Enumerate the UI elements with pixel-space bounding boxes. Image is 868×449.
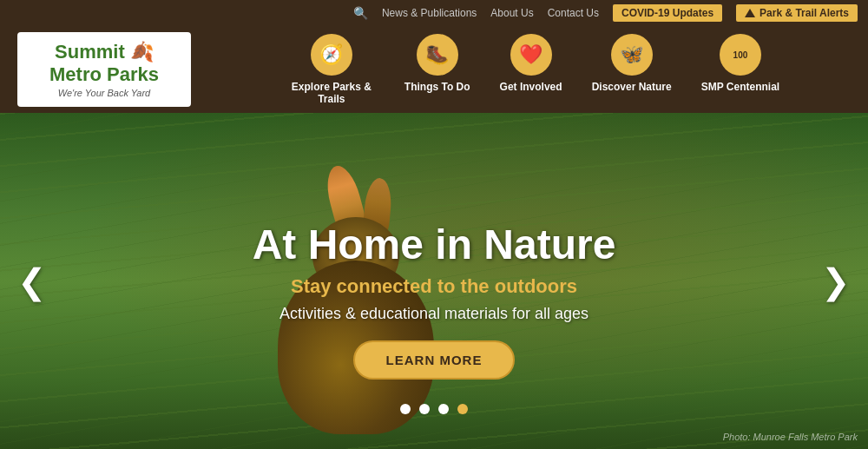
involved-icon: ❤️ bbox=[510, 34, 552, 76]
nav-label-involved: Get Involved bbox=[500, 81, 562, 93]
nav-item-involved[interactable]: ❤️ Get Involved bbox=[490, 27, 573, 112]
explore-icon: 🧭 bbox=[311, 34, 352, 76]
dot-1[interactable] bbox=[400, 404, 411, 414]
centennial-icon: 100 bbox=[720, 34, 761, 76]
nav-item-things[interactable]: 🥾 Things To Do bbox=[394, 27, 481, 112]
news-link[interactable]: News & Publications bbox=[382, 7, 477, 19]
next-arrow[interactable]: ❯ bbox=[821, 261, 851, 301]
hero-content: At Home in Nature Stay connected to the … bbox=[0, 221, 868, 380]
covid-button[interactable]: COVID-19 Updates bbox=[613, 4, 722, 22]
utility-bar: 🔍 News & Publications About Us Contact U… bbox=[0, 0, 868, 26]
hero-description: Activities & educational materials for a… bbox=[0, 305, 868, 323]
nav-item-explore[interactable]: 🧭 Explore Parks & Trails bbox=[278, 27, 385, 112]
search-icon[interactable]: 🔍 bbox=[353, 6, 368, 20]
utility-links: News & Publications About Us Contact Us bbox=[382, 7, 599, 19]
dot-4[interactable] bbox=[457, 404, 468, 414]
logo-tagline: We're Your Back Yard bbox=[58, 88, 150, 98]
logo[interactable]: Summit 🍂 Metro Parks We're Your Back Yar… bbox=[17, 32, 191, 108]
alert-triangle-icon bbox=[745, 9, 755, 17]
contact-link[interactable]: Contact Us bbox=[548, 7, 599, 19]
hero-cta-button[interactable]: LEARN MORE bbox=[353, 340, 516, 380]
main-nav: Summit 🍂 Metro Parks We're Your Back Yar… bbox=[0, 26, 868, 113]
slider-dots bbox=[400, 404, 468, 414]
dot-3[interactable] bbox=[438, 404, 449, 414]
nav-label-things: Things To Do bbox=[404, 81, 470, 93]
nav-label-explore: Explore Parks & Trails bbox=[288, 81, 375, 105]
alert-button[interactable]: Park & Trail Alerts bbox=[736, 4, 858, 22]
hero-subtitle: Stay connected to the outdoors bbox=[0, 275, 868, 298]
nav-item-centennial[interactable]: 100 SMP Centennial bbox=[691, 27, 790, 112]
nav-items: 🧭 Explore Parks & Trails 🥾 Things To Do … bbox=[217, 27, 851, 112]
hero-title: At Home in Nature bbox=[0, 221, 868, 268]
prev-arrow[interactable]: ❮ bbox=[17, 261, 47, 301]
nav-item-nature[interactable]: 🦋 Discover Nature bbox=[582, 27, 682, 112]
alert-label: Park & Trail Alerts bbox=[760, 7, 849, 19]
dot-2[interactable] bbox=[419, 404, 430, 414]
photo-credit: Photo: Munroe Falls Metro Park bbox=[723, 432, 858, 442]
nature-icon: 🦋 bbox=[611, 34, 653, 76]
logo-title: Summit 🍂 Metro Parks bbox=[49, 41, 159, 87]
things-icon: 🥾 bbox=[417, 34, 458, 76]
nav-label-centennial: SMP Centennial bbox=[701, 81, 779, 93]
hero-slider: ❮ ❯ At Home in Nature Stay connected to … bbox=[0, 113, 868, 449]
about-link[interactable]: About Us bbox=[490, 7, 533, 19]
nav-label-nature: Discover Nature bbox=[592, 81, 672, 93]
